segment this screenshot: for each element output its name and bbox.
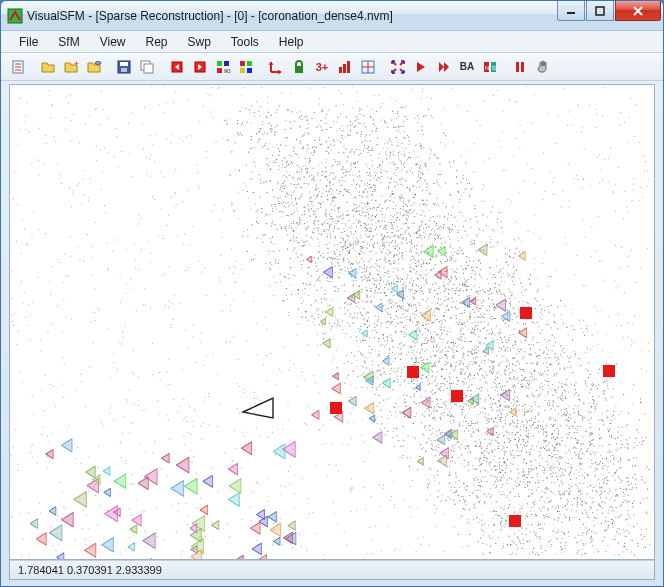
svg-rect-2739 [423,116,424,117]
svg-rect-6371 [198,261,199,262]
marker-point[interactable] [330,402,342,414]
svg-rect-3451 [540,305,541,306]
svg-rect-5859 [226,341,227,342]
nav-next-button[interactable] [189,56,211,78]
svg-rect-3732 [501,494,502,495]
compare-button[interactable]: NS [479,56,501,78]
svg-rect-1055 [328,230,329,231]
svg-rect-351 [419,187,420,188]
marker-point[interactable] [520,307,532,319]
pause-button[interactable] [509,56,531,78]
svg-rect-1586 [361,268,362,269]
marker-point[interactable] [451,390,463,402]
save-button[interactable] [113,56,135,78]
svg-rect-1249 [393,228,394,229]
svg-rect-1391 [546,461,547,462]
menu-view[interactable]: View [90,31,136,52]
svg-rect-3852 [313,168,314,169]
svg-rect-2665 [290,183,291,184]
nav-prev-button[interactable] [166,56,188,78]
ba-button[interactable]: BA [456,56,478,78]
svg-rect-3548 [403,327,404,328]
svg-rect-2984 [403,203,404,204]
play-dbl-button[interactable] [433,56,455,78]
add-three-button[interactable]: 3+ [311,56,333,78]
marker-point[interactable] [509,515,521,527]
menu-file[interactable]: File [9,31,48,52]
copy-button[interactable] [136,56,158,78]
svg-rect-643 [601,492,602,493]
rgb-grid-button[interactable]: 90 [212,56,234,78]
marker-point[interactable] [407,366,419,378]
svg-rect-177 [448,279,449,280]
color-grid-button[interactable] [235,56,257,78]
open-button[interactable] [37,56,59,78]
svg-rect-2752 [388,355,389,356]
svg-rect-148 [479,365,480,366]
svg-rect-5674 [596,114,597,115]
svg-rect-5458 [446,369,447,370]
svg-rect-1535 [504,371,505,372]
menu-help[interactable]: Help [269,31,314,52]
svg-rect-2510 [508,289,509,290]
svg-rect-6016 [515,102,516,103]
svg-rect-3089 [533,502,534,503]
svg-rect-1174 [470,452,471,453]
titlebar[interactable]: VisualSFM - [Sparse Reconstruction] - [0… [1,1,663,31]
svg-rect-2452 [413,269,414,270]
svg-rect-2555 [365,234,366,235]
svg-rect-466 [570,418,571,419]
hand-button[interactable] [532,56,554,78]
svg-rect-2527 [429,291,430,292]
svg-rect-1894 [444,287,445,288]
open-db-button[interactable] [83,56,105,78]
svg-rect-1305 [372,215,373,216]
svg-rect-4455 [498,437,499,438]
svg-rect-3915 [375,394,376,395]
svg-rect-325 [491,450,492,451]
play-red-button[interactable] [410,56,432,78]
svg-rect-6470 [211,468,212,469]
svg-rect-1720 [293,223,294,224]
new-doc-button[interactable] [7,56,29,78]
svg-rect-1318 [335,177,336,178]
svg-rect-2895 [376,253,377,254]
bars-red-button[interactable] [334,56,356,78]
svg-rect-1163 [303,135,304,136]
svg-text:90: 90 [224,68,231,74]
svg-rect-655 [514,313,515,314]
svg-rect-3298 [501,277,502,278]
svg-rect-1646 [275,262,276,263]
minimize-button[interactable] [557,1,585,21]
svg-rect-2808 [589,436,590,437]
svg-rect-2003 [399,343,400,344]
menu-rep[interactable]: Rep [135,31,177,52]
expand-button[interactable] [387,56,409,78]
svg-rect-2868 [361,225,362,226]
lock-button[interactable] [288,56,310,78]
app-window: VisualSFM - [Sparse Reconstruction] - [0… [0,0,664,587]
svg-rect-4241 [339,128,340,129]
axis-toggle-button[interactable] [265,56,287,78]
viewport-3d[interactable] [9,84,655,560]
open-plus-button[interactable]: + [60,56,82,78]
svg-rect-1504 [240,133,241,134]
marker-point[interactable] [603,365,615,377]
svg-rect-790 [367,185,368,186]
svg-rect-1498 [357,176,358,177]
svg-rect-2549 [322,108,323,109]
maximize-button[interactable] [586,1,614,21]
svg-rect-4970 [361,248,362,249]
svg-rect-5823 [390,470,391,471]
menu-sfm[interactable]: SfM [48,31,89,52]
menu-swp[interactable]: Swp [178,31,221,52]
svg-rect-272 [609,429,610,430]
svg-rect-5174 [161,275,162,276]
menu-tools[interactable]: Tools [221,31,269,52]
svg-rect-1162 [314,152,315,153]
close-button[interactable] [615,1,661,21]
layout-button[interactable] [357,56,379,78]
svg-rect-5630 [463,421,464,422]
svg-rect-4222 [549,364,550,365]
svg-rect-4878 [391,307,392,308]
